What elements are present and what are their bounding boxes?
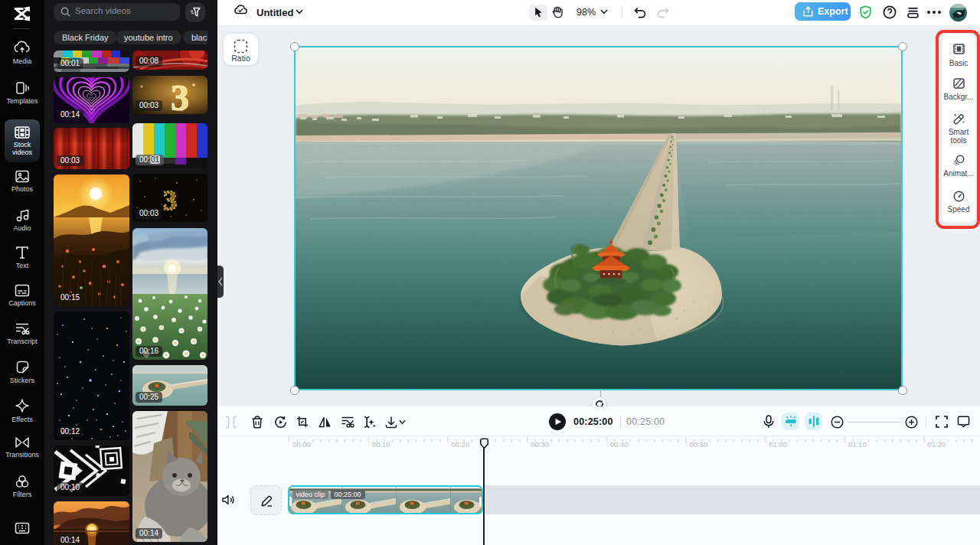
svg-text:3: 3 [163,185,177,216]
svg-text:00:50: 00:50 [690,440,708,449]
svg-text:00:20: 00:20 [451,440,469,449]
svg-text:01:20: 01:20 [928,440,946,449]
svg-text:00:30: 00:30 [531,440,549,449]
svg-text:00:00: 00:00 [292,440,311,449]
svg-text:01:10: 01:10 [848,440,867,449]
svg-text:00:10: 00:10 [372,440,390,449]
svg-text:01:00: 01:00 [769,440,787,449]
svg-text:00:40: 00:40 [610,440,629,449]
svg-text:3: 3 [171,77,189,114]
